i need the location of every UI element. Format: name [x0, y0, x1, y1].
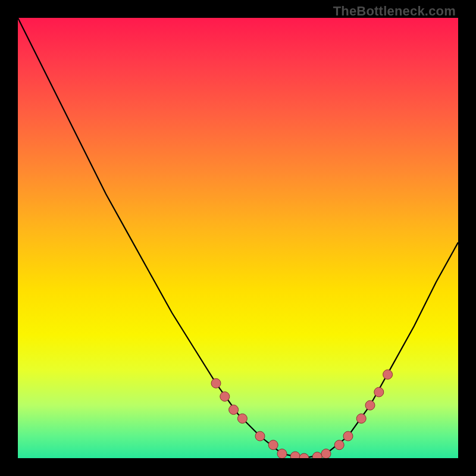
- chart-marker: [277, 449, 287, 458]
- chart-marker: [237, 414, 247, 423]
- chart-svg: [18, 18, 458, 458]
- chart-marker: [312, 452, 322, 458]
- chart-marker: [290, 452, 300, 458]
- chart-curve: [18, 18, 458, 458]
- chart-marker: [321, 449, 331, 458]
- chart-marker: [383, 369, 393, 379]
- chart-frame: TheBottleneck.com: [0, 0, 476, 476]
- chart-marker: [334, 440, 344, 450]
- chart-marker: [365, 400, 375, 410]
- chart-marker: [343, 431, 353, 441]
- chart-marker: [299, 453, 309, 458]
- chart-marker: [229, 405, 239, 415]
- chart-marker: [255, 431, 265, 441]
- chart-marker: [211, 378, 221, 388]
- chart-marker: [356, 414, 366, 423]
- chart-plot-area: [18, 18, 458, 458]
- chart-marker: [220, 392, 230, 401]
- chart-marker: [268, 440, 278, 450]
- chart-marker: [374, 387, 384, 397]
- attribution-text: TheBottleneck.com: [333, 4, 456, 19]
